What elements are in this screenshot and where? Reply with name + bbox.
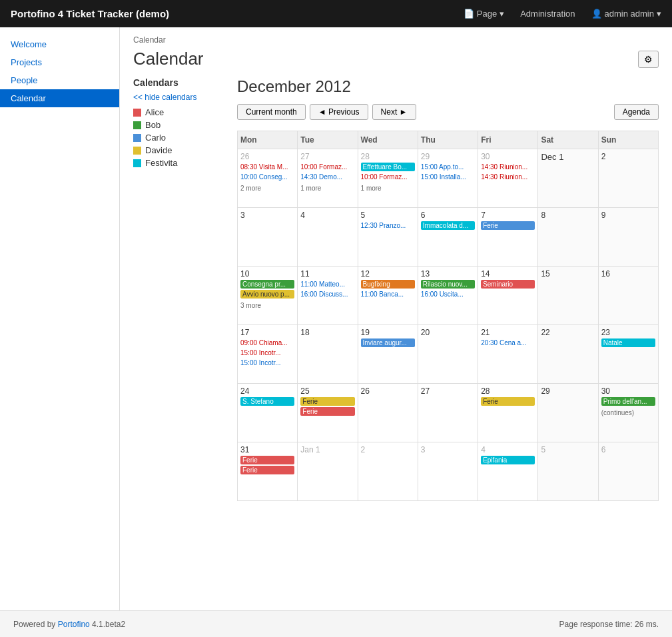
agenda-button[interactable]: Agenda bbox=[614, 104, 659, 120]
day-jan6[interactable]: 6 bbox=[598, 442, 658, 501]
day-dec16[interactable]: 16 bbox=[598, 267, 658, 325]
event[interactable]: Ferie bbox=[240, 456, 294, 464]
day-dec13[interactable]: 13 Rilascio nuov... 16:00 Uscita... bbox=[418, 267, 478, 325]
day-dec2[interactable]: 2 bbox=[598, 149, 658, 208]
sidebar-item-welcome[interactable]: Welcome bbox=[0, 35, 119, 53]
event[interactable]: Consegna pr... bbox=[240, 280, 294, 289]
day-dec27[interactable]: 27 bbox=[418, 384, 478, 442]
user-menu[interactable]: 👤 admin admin ▾ bbox=[591, 9, 661, 19]
table-row: 17 09:00 Chiama... 15:00 Incotr... 15:00… bbox=[238, 325, 659, 384]
day-dec14[interactable]: 14 Seminario bbox=[478, 267, 538, 325]
event[interactable]: Effettuare Bo... bbox=[361, 163, 415, 171]
event[interactable]: 10:00 Formaz... bbox=[361, 173, 415, 181]
day-dec29[interactable]: 29 bbox=[538, 384, 598, 442]
day-dec4[interactable]: 4 bbox=[298, 208, 358, 267]
day-number: 29 bbox=[421, 152, 475, 161]
event[interactable]: Immacolata d... bbox=[421, 221, 475, 230]
event[interactable]: Rilascio nuov... bbox=[421, 280, 475, 289]
next-button[interactable]: Next ► bbox=[372, 104, 416, 120]
day-jan3[interactable]: 3 bbox=[418, 442, 478, 501]
event[interactable]: 14:30 Riunion... bbox=[481, 173, 535, 181]
event[interactable]: Ferie bbox=[300, 397, 354, 406]
sidebar-item-projects[interactable]: Projects bbox=[0, 53, 119, 71]
day-nov28[interactable]: 28 Effettuare Bo... 10:00 Formaz... 1 mo… bbox=[358, 149, 418, 208]
day-dec3[interactable]: 3 bbox=[238, 208, 298, 267]
sidebar-item-people[interactable]: People bbox=[0, 71, 119, 89]
day-dec21[interactable]: 21 20:30 Cena a... bbox=[478, 325, 538, 384]
day-dec1[interactable]: Dec 1 bbox=[538, 149, 598, 208]
administration-link[interactable]: Administration bbox=[520, 9, 575, 19]
day-dec12[interactable]: 12 Bugfixing 11:00 Banca... bbox=[358, 267, 418, 325]
sidebar-item-calendar[interactable]: Calendar bbox=[0, 89, 119, 107]
day-dec8[interactable]: 8 bbox=[538, 208, 598, 267]
day-dec17[interactable]: 17 09:00 Chiama... 15:00 Incotr... 15:00… bbox=[238, 325, 298, 384]
day-dec6[interactable]: 6 Immacolata d... bbox=[418, 208, 478, 267]
settings-button[interactable]: ⚙ bbox=[638, 51, 659, 68]
event[interactable]: Ferie bbox=[240, 466, 294, 474]
event[interactable]: 14:30 Demo... bbox=[300, 173, 354, 181]
event[interactable]: 15:00 App.to... bbox=[421, 163, 475, 171]
day-dec24[interactable]: 24 S. Stefano bbox=[238, 384, 298, 442]
event[interactable]: 20:30 Cena a... bbox=[481, 338, 535, 347]
day-nov26[interactable]: 26 08:30 Visita M... 10:00 Conseg... 2 m… bbox=[238, 149, 298, 208]
current-month-button[interactable]: Current month bbox=[237, 104, 306, 120]
day-jan4[interactable]: 4 Epifania bbox=[478, 442, 538, 501]
event[interactable]: Primo dell'an... bbox=[601, 397, 655, 406]
portofino-link[interactable]: Portofino bbox=[58, 620, 90, 629]
event[interactable]: 11:00 Matteo... bbox=[300, 280, 354, 289]
event[interactable]: Natale bbox=[601, 338, 655, 347]
event[interactable]: 16:00 Discuss... bbox=[300, 290, 354, 299]
day-dec23[interactable]: 23 Natale bbox=[598, 325, 658, 384]
day-dec28[interactable]: 28 Ferie bbox=[478, 384, 538, 442]
day-dec5[interactable]: 5 12:30 Pranzo... bbox=[358, 208, 418, 267]
day-jan1[interactable]: Jan 1 bbox=[298, 442, 358, 501]
previous-button[interactable]: ◄ Previous bbox=[310, 104, 368, 120]
day-nov30[interactable]: 30 14:30 Riunion... 14:30 Riunion... bbox=[478, 149, 538, 208]
day-dec19[interactable]: 19 Inviare augur... bbox=[358, 325, 418, 384]
event[interactable]: 16:00 Uscita... bbox=[421, 290, 475, 299]
more-events[interactable]: 1 more bbox=[361, 185, 382, 192]
event[interactable]: Inviare augur... bbox=[361, 338, 415, 347]
day-dec7[interactable]: 7 Ferie bbox=[478, 208, 538, 267]
event[interactable]: 11:00 Banca... bbox=[361, 290, 415, 299]
day-dec31[interactable]: 31 Ferie Ferie bbox=[238, 442, 298, 501]
day-nov29[interactable]: 29 15:00 App.to... 15:00 Installa... bbox=[418, 149, 478, 208]
event[interactable]: 15:00 Incotr... bbox=[240, 358, 294, 367]
page-menu[interactable]: 📄 Page ▾ bbox=[464, 9, 504, 19]
day-dec26[interactable]: 26 bbox=[358, 384, 418, 442]
day-dec11[interactable]: 11 11:00 Matteo... 16:00 Discuss... bbox=[298, 267, 358, 325]
day-dec30[interactable]: 30 Primo dell'an... (continues) bbox=[598, 384, 658, 442]
day-jan2[interactable]: 2 bbox=[358, 442, 418, 501]
day-dec22[interactable]: 22 bbox=[538, 325, 598, 384]
event[interactable]: 10:00 Conseg... bbox=[240, 173, 294, 181]
footer: Powered by Portofino 4.1.beta2 Page resp… bbox=[0, 610, 672, 637]
event[interactable]: S. Stefano bbox=[240, 397, 294, 406]
day-dec9[interactable]: 9 bbox=[598, 208, 658, 267]
event[interactable]: 15:00 Installa... bbox=[421, 173, 475, 181]
event[interactable]: 14:30 Riunion... bbox=[481, 163, 535, 171]
event[interactable]: Ferie bbox=[481, 221, 535, 230]
more-events[interactable]: 3 more bbox=[240, 302, 261, 309]
event[interactable]: Ferie bbox=[481, 397, 535, 406]
event[interactable]: Ferie bbox=[300, 407, 354, 416]
day-jan5[interactable]: 5 bbox=[538, 442, 598, 501]
day-dec20[interactable]: 20 bbox=[418, 325, 478, 384]
more-events[interactable]: 1 more bbox=[300, 185, 321, 192]
event[interactable]: Bugfixing bbox=[361, 280, 415, 289]
event[interactable]: 10:00 Formaz... bbox=[300, 163, 354, 171]
more-events[interactable]: 2 more bbox=[240, 185, 261, 192]
day-dec18[interactable]: 18 bbox=[298, 325, 358, 384]
day-dec15[interactable]: 15 bbox=[538, 267, 598, 325]
hide-calendars-link[interactable]: << hide calendars bbox=[133, 93, 196, 102]
event[interactable]: Avvio nuovo p... bbox=[240, 290, 294, 299]
calendar-carlo: Carlo bbox=[133, 133, 226, 143]
event[interactable]: Seminario bbox=[481, 280, 535, 289]
event[interactable]: 15:00 Incotr... bbox=[240, 348, 294, 357]
event[interactable]: Epifania bbox=[481, 456, 535, 464]
event[interactable]: 09:00 Chiama... bbox=[240, 338, 294, 347]
event[interactable]: 08:30 Visita M... bbox=[240, 163, 294, 171]
day-dec25[interactable]: 25 Ferie Ferie bbox=[298, 384, 358, 442]
day-nov27[interactable]: 27 10:00 Formaz... 14:30 Demo... 1 more bbox=[298, 149, 358, 208]
day-dec10[interactable]: 10 Consegna pr... Avvio nuovo p... 3 mor… bbox=[238, 267, 298, 325]
event[interactable]: 12:30 Pranzo... bbox=[361, 221, 415, 230]
